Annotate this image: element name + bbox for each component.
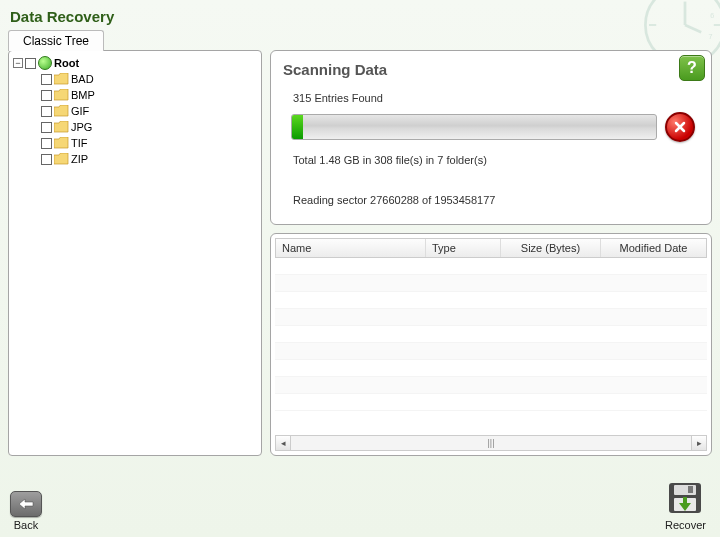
table-row [275, 309, 707, 326]
scan-panel: ? Scanning Data 315 Entries Found Total … [270, 50, 712, 225]
progress-bar [291, 114, 657, 140]
progress-fill [292, 115, 303, 139]
folder-icon [54, 153, 69, 165]
root-label: Root [54, 57, 79, 69]
globe-icon [38, 56, 52, 70]
tab-strip: Classic Tree [8, 29, 720, 51]
root-checkbox[interactable] [25, 58, 36, 69]
total-text: Total 1.48 GB in 308 file(s) in 7 folder… [293, 154, 699, 166]
back-label: Back [10, 519, 42, 531]
tree-item[interactable]: BMP [41, 87, 257, 103]
tree-item-label: BMP [71, 89, 95, 101]
scroll-track[interactable]: ||| [291, 438, 691, 448]
cancel-button[interactable] [665, 112, 695, 142]
close-icon [673, 120, 687, 134]
tree-item-label: TIF [71, 137, 88, 149]
tab-classic-tree[interactable]: Classic Tree [8, 30, 104, 51]
scan-title: Scanning Data [283, 61, 699, 78]
tree-item-label: JPG [71, 121, 92, 133]
folder-icon [54, 105, 69, 117]
tree-item[interactable]: GIF [41, 103, 257, 119]
svg-rect-14 [688, 486, 693, 493]
item-checkbox[interactable] [41, 154, 52, 165]
tree-panel: − Root BADBMPGIFJPGTIFZIP [8, 50, 262, 456]
table-row [275, 258, 707, 275]
scroll-right-button[interactable]: ▸ [691, 436, 706, 450]
back-button[interactable]: Back [10, 491, 42, 531]
tree-item[interactable]: JPG [41, 119, 257, 135]
item-checkbox[interactable] [41, 90, 52, 101]
tree-item[interactable]: BAD [41, 71, 257, 87]
column-header[interactable]: Type [426, 239, 501, 257]
table-row [275, 377, 707, 394]
tree-item-label: BAD [71, 73, 94, 85]
horizontal-scrollbar[interactable]: ◂ ||| ▸ [275, 435, 707, 451]
tree-item-label: GIF [71, 105, 89, 117]
tree-item[interactable]: TIF [41, 135, 257, 151]
page-title: Data Recovery [0, 0, 720, 29]
sector-text: Reading sector 27660288 of 1953458177 [293, 194, 699, 206]
recover-label: Recover [665, 519, 706, 531]
folder-icon [54, 89, 69, 101]
column-header[interactable]: Name [276, 239, 426, 257]
table-row [275, 275, 707, 292]
table-row [275, 394, 707, 411]
table-row [275, 360, 707, 377]
item-checkbox[interactable] [41, 106, 52, 117]
floppy-save-icon [665, 481, 705, 517]
item-checkbox[interactable] [41, 74, 52, 85]
tree-item[interactable]: ZIP [41, 151, 257, 167]
item-checkbox[interactable] [41, 138, 52, 149]
tree-item-label: ZIP [71, 153, 88, 165]
column-header[interactable]: Modified Date [601, 239, 706, 257]
file-table: NameTypeSize (Bytes)Modified Date ◂ ||| … [270, 233, 712, 456]
table-header[interactable]: NameTypeSize (Bytes)Modified Date [275, 238, 707, 258]
help-button[interactable]: ? [679, 55, 705, 81]
table-row [275, 326, 707, 343]
column-header[interactable]: Size (Bytes) [501, 239, 601, 257]
table-row [275, 292, 707, 309]
recover-button[interactable]: Recover [665, 481, 706, 531]
entries-found: 315 Entries Found [293, 92, 699, 104]
folder-icon [54, 121, 69, 133]
item-checkbox[interactable] [41, 122, 52, 133]
collapse-icon[interactable]: − [13, 58, 23, 68]
tree-root-row[interactable]: − Root [13, 55, 257, 71]
table-body [275, 258, 707, 435]
folder-icon [54, 137, 69, 149]
folder-icon [54, 73, 69, 85]
table-row [275, 343, 707, 360]
footer: Back Recover [0, 475, 720, 537]
back-arrow-icon [10, 491, 42, 517]
scroll-left-button[interactable]: ◂ [276, 436, 291, 450]
